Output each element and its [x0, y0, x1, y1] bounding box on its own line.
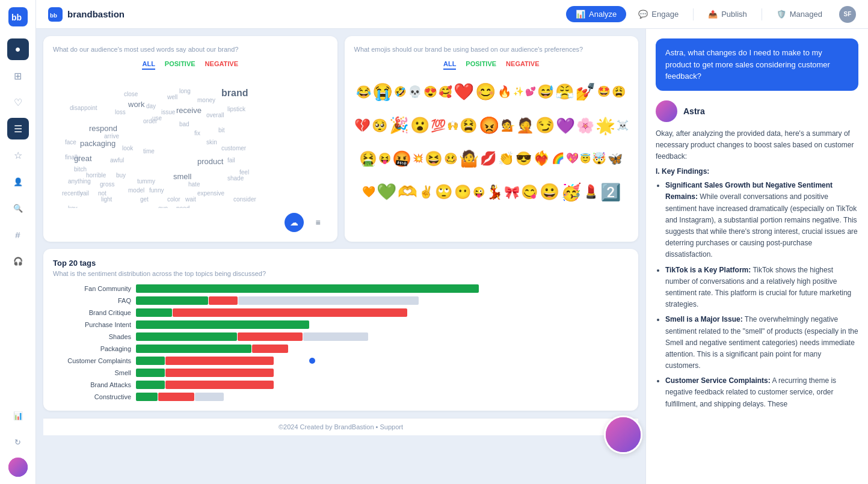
sidebar-refresh-icon[interactable]: ↻ [7, 431, 29, 453]
emoji-item-45: 🤯 [592, 152, 606, 165]
emoji-item-15: 😩 [612, 85, 626, 99]
emoji-item-40: 😎 [516, 151, 532, 167]
word-fail: fail [227, 157, 235, 164]
tag-row: Brand Attacks [53, 381, 629, 389]
logo: bb [8, 7, 28, 26]
ai-findings-list: Significant Sales Growth but Negative Se… [665, 180, 858, 410]
sidebar-dot-icon[interactable]: ● [7, 38, 29, 60]
publish-icon: 📤 [708, 10, 718, 19]
wordcloud-subtitle: What do our audience's most used words s… [53, 46, 328, 53]
bar-green [136, 393, 158, 401]
tag-row: Smell [53, 369, 629, 377]
emoji-item-46: 🦋 [608, 152, 623, 166]
tag-row: Constructive [53, 393, 629, 401]
emoji-item-5: 🥰 [439, 85, 452, 99]
bar-green [136, 332, 237, 341]
cloud-menu-btn[interactable]: ≡ [309, 213, 328, 232]
sidebar-hashtag-icon[interactable]: # [7, 224, 29, 245]
emoji-item-51: 🙄 [435, 183, 453, 200]
emoji-item-44: 😇 [580, 153, 591, 164]
tag-label: Packaging [53, 345, 131, 352]
emoji-item-19: 😮 [410, 116, 429, 135]
wordcloud-actions: ☁ ≡ [53, 213, 328, 232]
nav-engage-btn[interactable]: 💬 Engage [629, 6, 688, 22]
emoji-item-3: 💀 [408, 85, 422, 99]
emoji-card: What emojis should our brand be using ba… [345, 36, 639, 242]
nav-right: SF [839, 6, 856, 23]
emoji-filter-negative[interactable]: NEGATIVE [506, 60, 539, 70]
word-lipstick: lipstick [227, 106, 245, 112]
tags-title: Top 20 tags [53, 259, 629, 268]
emoji-filter-positive[interactable]: POSITIVE [466, 60, 496, 70]
emoji-item-28: 🌸 [576, 117, 594, 134]
emoji-item-58: 🥳 [561, 182, 582, 202]
sidebar-grid-icon[interactable]: ⊞ [7, 65, 29, 87]
emoji-item-17: 🥺 [372, 118, 388, 133]
emoji-item-39: 👏 [498, 151, 514, 167]
word-recently: recently [62, 190, 83, 197]
emoji-item-31: 🤮 [359, 150, 377, 167]
floating-astra-avatar[interactable] [604, 415, 642, 454]
cloud-upload-btn[interactable]: ☁ [285, 213, 304, 232]
emoji-item-14: 🤩 [597, 85, 611, 98]
emoji-item-59: 💄 [583, 184, 599, 200]
emoji-item-8: 🔥 [497, 85, 512, 99]
emoji-subtitle: What emojis should our brand be using ba… [354, 46, 629, 53]
tags-card: Top 20 tags What is the sentiment distri… [43, 249, 638, 411]
filter-positive[interactable]: POSITIVE [165, 60, 195, 70]
tags-chart: Fan CommunityFAQBrand CritiquePurchase I… [53, 284, 629, 401]
user-badge[interactable]: SF [839, 6, 856, 23]
managed-label: Managed [790, 10, 822, 19]
word-tummy: tummy [137, 178, 155, 185]
word-disappoint: disappoint [70, 105, 97, 111]
bar-green [136, 296, 208, 305]
analyze-label: Analyze [589, 10, 617, 19]
sidebar-heart-icon[interactable]: ♡ [7, 91, 29, 113]
sidebar-people-icon[interactable]: 👤 [7, 171, 29, 192]
analyze-icon: 📊 [576, 10, 585, 19]
bar-gray [303, 332, 368, 341]
sidebar-list-icon[interactable]: ☰ [7, 118, 29, 139]
emoji-item-16: 💔 [354, 118, 371, 133]
sidebar-search-icon[interactable]: 🔍 [7, 197, 29, 219]
nav-publish-btn[interactable]: 📤 Publish [698, 6, 757, 22]
word-receive: receive [176, 106, 202, 115]
emoji-item-32: 😝 [378, 152, 391, 165]
tag-bars [136, 369, 629, 377]
bar-red [209, 296, 238, 305]
nav-analyze-btn[interactable]: 📊 Analyze [566, 6, 626, 22]
sidebar-chart-icon[interactable]: 📊 [7, 405, 29, 426]
sidebar-user-avatar[interactable] [8, 458, 28, 477]
word-bitch: bitch [74, 166, 87, 173]
tag-label: Brand Critique [53, 309, 131, 316]
sidebar-headphone-icon[interactable]: 🎧 [7, 250, 29, 272]
tag-label: Smell [53, 369, 131, 376]
tag-label: FAQ [53, 297, 131, 304]
top-nav: bb brandbastion 📊 Analyze 💬 Engage 📤 Pub… [36, 0, 868, 29]
nav-managed-btn[interactable]: 🛡️ Managed [767, 6, 832, 22]
ai-section-title: I. Key Findings: [656, 166, 858, 177]
bar-red [238, 332, 303, 341]
publish-label: Publish [721, 10, 747, 19]
tag-row: Shades [53, 332, 629, 341]
tag-row: Customer Complaints [53, 357, 629, 365]
bar-red [158, 393, 194, 401]
filter-negative[interactable]: NEGATIVE [205, 60, 238, 70]
emoji-item-22: 😫 [460, 117, 478, 134]
emoji-item-33: 🤬 [392, 150, 411, 168]
emoji-item-20: 💯 [431, 118, 446, 133]
word-hate: hate [188, 181, 200, 188]
tag-row: Packaging [53, 345, 629, 353]
emoji-filter-all[interactable]: ALL [443, 60, 456, 70]
filter-all[interactable]: ALL [142, 60, 155, 70]
word-well: well [167, 94, 177, 100]
bar-gray [238, 296, 419, 305]
emoji-item-7: 😊 [475, 82, 496, 102]
word-money: money [197, 97, 215, 103]
word-day: day [146, 103, 156, 109]
user-question: Astra, what changes do I need to make to… [656, 38, 858, 91]
word-buy: buy [116, 172, 126, 179]
sidebar-star-icon[interactable]: ☆ [7, 144, 29, 166]
dot-marker [309, 358, 315, 364]
word-skin: skin [206, 139, 217, 146]
